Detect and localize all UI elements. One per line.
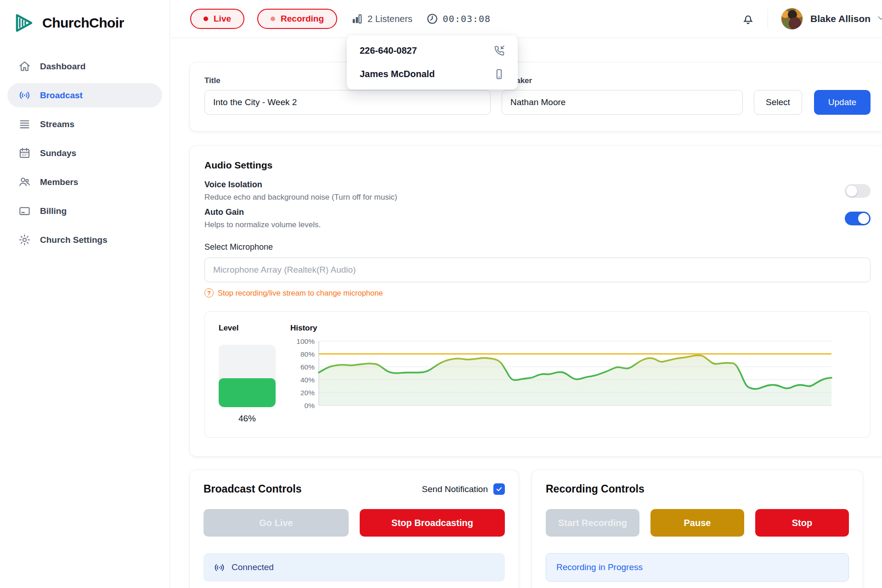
level-meter-fill [219,378,276,407]
notifications-button[interactable] [741,12,755,26]
members-icon [18,176,31,188]
audio-settings-card: Audio Settings Voice Isolation Reduce ec… [190,146,882,456]
svg-text:100%: 100% [296,337,315,345]
sidebar: ChurchChoir Dashboard Broadcast Streams … [0,0,170,588]
start-recording-button[interactable]: Start Recording [546,509,639,537]
level-meter-block: Level 46% [219,324,278,424]
chevron-down-icon [876,13,882,23]
sidebar-item-sundays[interactable]: Sundays [7,141,162,165]
live-dot-icon [204,17,208,21]
live-badge-label: Live [214,14,231,24]
sidebar-item-streams[interactable]: Streams [7,112,162,136]
stop-recording-button[interactable]: Stop [755,509,849,537]
recording-controls-heading: Recording Controls [546,483,645,495]
auto-gain-toggle[interactable] [845,212,871,225]
svg-text:80%: 80% [300,350,315,358]
level-meter [219,345,276,407]
update-button[interactable]: Update [814,90,871,115]
brand-name: ChurchChoir [42,15,124,31]
svg-text:0%: 0% [305,402,315,409]
sidebar-item-label: Broadcast [40,90,83,101]
smartphone-icon [493,68,505,80]
controls-row: Broadcast Controls Send Notification Go … [190,470,882,588]
topbar-right: Blake Allison [741,8,882,30]
sidebar-item-billing[interactable]: Billing [7,199,162,223]
broadcast-status: Connected [204,553,505,582]
help-circle-icon: ? [204,288,214,297]
recording-badge-label: Recording [281,14,324,24]
broadcast-controls-header: Broadcast Controls Send Notification [204,483,505,495]
home-icon [18,60,31,73]
stop-broadcasting-button[interactable]: Stop Broadcasting [360,509,505,537]
sidebar-item-label: Sundays [40,148,76,158]
microphone-label: Select Microphone [204,242,871,252]
broadcast-controls-card: Broadcast Controls Send Notification Go … [190,470,519,588]
audio-settings-heading: Audio Settings [204,160,871,171]
listeners-label: 2 Listeners [368,14,413,24]
brand-logo: ChurchChoir [0,0,170,42]
credit-card-icon [18,205,31,217]
sidebar-item-broadcast[interactable]: Broadcast [7,83,162,107]
audio-meter-panel: Level 46% History 100%80%60%40%20%0% [204,311,871,438]
listeners-count[interactable]: 2 Listeners [351,13,413,25]
live-badge: Live [190,9,244,29]
listener-item-mobile[interactable]: James McDonald [347,62,518,86]
listener-label: 226-640-0827 [360,45,417,56]
send-notification-label: Send Notification [422,484,488,494]
microphone-warning-text: Stop recording/live stream to change mic… [218,289,383,297]
history-label: History [290,324,856,333]
auto-gain-label: Auto Gain [204,207,321,217]
sidebar-item-dashboard[interactable]: Dashboard [7,54,162,78]
check-icon [496,486,503,493]
history-chart: 100%80%60%40%20%0% [290,335,856,415]
broadcast-status-text: Connected [232,562,274,572]
toggle-knob [858,213,869,224]
auto-gain-description: Helps to normalize volume levels. [204,220,321,230]
microphone-select-input[interactable] [204,258,871,282]
send-notification-checkbox[interactable] [493,483,505,495]
listener-item-phone[interactable]: 226-640-0827 [347,39,518,62]
toggle-knob [846,185,857,196]
topbar: Live Recording 2 Listeners 00:03:08 Bl [170,0,882,38]
recording-dot-icon [271,17,275,21]
sidebar-item-church-settings[interactable]: Church Settings [7,228,162,252]
voice-isolation-label: Voice Isolation [204,180,397,190]
voice-isolation-row: Voice Isolation Reduce echo and backgrou… [204,180,871,202]
broadcast-status-icon [214,562,225,573]
level-value: 46% [219,414,276,424]
recording-controls-card: Recording Controls Start Recording Pause… [532,470,863,588]
title-input[interactable] [204,90,491,115]
recording-status-text: Recording in Progress [556,562,643,572]
speaker-input[interactable] [502,90,743,115]
svg-text:60%: 60% [300,363,315,371]
voice-isolation-toggle[interactable] [845,184,871,198]
history-chart-block: History 100%80%60%40%20%0% [290,324,856,424]
pause-recording-button[interactable]: Pause [650,509,744,537]
avatar[interactable] [781,8,803,30]
listener-label: James McDonald [360,69,435,79]
stream-timer: 00:03:08 [426,13,491,25]
speaker-field-group: Speaker [502,76,743,115]
auto-gain-text: Auto Gain Helps to normalize volume leve… [204,207,321,230]
sidebar-item-members[interactable]: Members [7,170,162,194]
send-notification-control: Send Notification [422,483,505,495]
microphone-warning: ? Stop recording/live stream to change m… [204,288,871,297]
session-card: Title Speaker Select Update [190,62,882,131]
recording-badge: Recording [257,9,337,29]
recording-buttons: Start Recording Pause Stop [546,509,849,537]
main-area: Live Recording 2 Listeners 00:03:08 Bl [170,0,882,588]
user-menu-trigger[interactable] [876,13,882,25]
go-live-button[interactable]: Go Live [204,509,349,537]
select-speaker-button[interactable]: Select [754,90,802,115]
calendar-icon [18,147,31,159]
recording-controls-header: Recording Controls [546,483,849,495]
timer-value: 00:03:08 [443,13,491,24]
gear-icon [18,234,31,246]
recording-status: Recording in Progress [546,553,849,582]
sidebar-item-label: Billing [40,206,67,216]
broadcast-buttons: Go Live Stop Broadcasting [204,509,505,537]
listeners-dropdown: 226-640-0827 James McDonald [347,35,518,90]
app-window: ChurchChoir Dashboard Broadcast Streams … [0,0,882,588]
phone-incoming-icon [493,45,505,56]
level-label: Level [219,324,278,333]
